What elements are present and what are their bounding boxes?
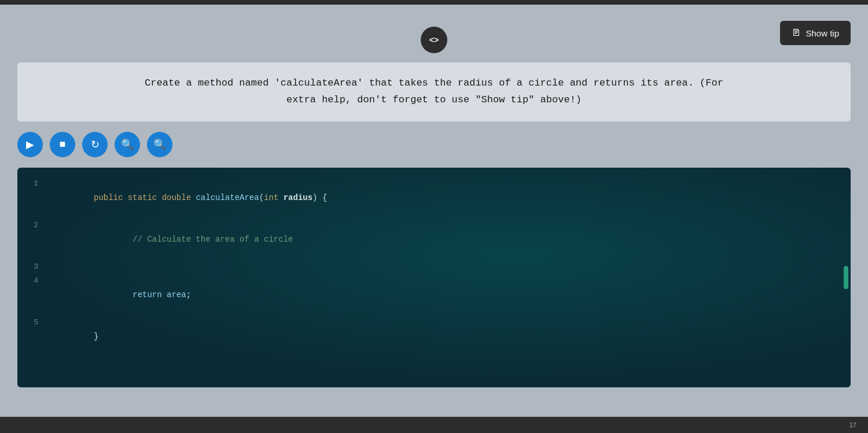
line-content-4: return area; xyxy=(45,274,191,316)
line-number-2: 2 xyxy=(29,219,45,232)
code-line-1: 1 public static double calculateArea(int… xyxy=(29,177,839,219)
paren-close-brace: ) { xyxy=(312,193,327,202)
play-button[interactable]: ▶ xyxy=(17,132,43,157)
code-editor[interactable]: 1 public static double calculateArea(int… xyxy=(17,168,851,387)
indent-4 xyxy=(94,290,133,299)
line-content-5: } xyxy=(45,316,98,357)
play-icon: ▶ xyxy=(26,138,34,151)
kw-static: static xyxy=(128,193,162,202)
bottom-bar: 17 xyxy=(0,417,868,433)
kw-double: double xyxy=(162,193,196,202)
zoom-icon: 🔍 xyxy=(153,138,166,151)
header-wrapper: <> 🖹 Show tip xyxy=(17,10,851,51)
top-bar xyxy=(0,0,868,5)
scrollbar[interactable] xyxy=(844,266,848,289)
show-tip-button[interactable]: 🖹 Show tip xyxy=(780,21,851,45)
code-lines: 1 public static double calculateArea(int… xyxy=(29,177,839,357)
zoom-button[interactable]: 🔍 xyxy=(147,132,172,157)
code-icon-button[interactable]: <> xyxy=(421,27,447,53)
line-content-1: public static double calculateArea(int r… xyxy=(45,177,327,219)
instruction-line1: Create a method named 'calculateArea' th… xyxy=(35,75,833,92)
var-area: area xyxy=(167,290,186,299)
code-brackets-icon: <> xyxy=(429,35,439,45)
stop-button[interactable]: ■ xyxy=(50,132,75,157)
comment-calculate: // Calculate the area of a circle xyxy=(94,235,293,244)
line-number-5: 5 xyxy=(29,316,45,330)
refresh-icon: ↻ xyxy=(91,138,100,151)
kw-public: public xyxy=(94,193,128,202)
toolbar: ▶ ■ ↻ 🔍 🔍 xyxy=(17,127,851,162)
instruction-box: Create a method named 'calculateArea' th… xyxy=(17,62,851,121)
line-number-1: 1 xyxy=(29,177,45,191)
code-line-3: 3 xyxy=(29,260,839,274)
refresh-button[interactable]: ↻ xyxy=(82,132,108,157)
stop-icon: ■ xyxy=(60,138,66,150)
page-number: 17 xyxy=(849,421,856,428)
closing-brace: } xyxy=(94,332,98,341)
param-radius: radius xyxy=(284,193,312,202)
document-icon: 🖹 xyxy=(792,28,801,38)
line-content-2: // Calculate the area of a circle xyxy=(45,219,293,260)
line-number-4: 4 xyxy=(29,274,45,288)
paren-open: ( xyxy=(259,193,264,202)
search-button[interactable]: 🔍 xyxy=(115,132,140,157)
fn-calculateArea: calculateArea xyxy=(196,193,259,202)
kw-int: int xyxy=(264,193,284,202)
semicolon-4: ; xyxy=(186,290,191,299)
code-line-2: 2 // Calculate the area of a circle xyxy=(29,219,839,260)
instruction-line2: extra help, don't forget to use "Show ti… xyxy=(35,92,833,109)
show-tip-label: Show tip xyxy=(806,28,839,38)
line-number-3: 3 xyxy=(29,260,45,274)
kw-return: return xyxy=(133,290,167,299)
search-icon: 🔍 xyxy=(121,138,134,151)
main-container: <> 🖹 Show tip Create a method named 'cal… xyxy=(0,5,868,393)
code-line-4: 4 return area; xyxy=(29,274,839,316)
code-line-5: 5 } xyxy=(29,316,839,357)
